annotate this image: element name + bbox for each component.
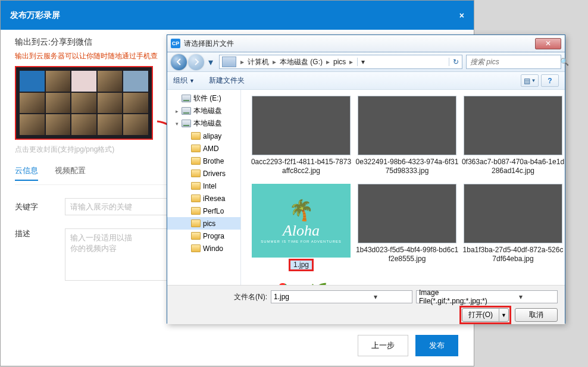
- dialog-bottom: 文件名(N): 1.jpg ▾ Image File(*.gif;*.png;*…: [167, 285, 565, 324]
- file-item[interactable]: 🌴AlohaSUMMER IS TIME FOR ADVENTURES1.jpg: [248, 181, 354, 276]
- tree-item-label: Drivers: [203, 170, 226, 178]
- tree-item-label: PerfLo: [203, 207, 224, 215]
- tree-item-label: 本地磁盘: [193, 118, 222, 128]
- dialog-title: 请选择图片文件: [184, 39, 234, 49]
- file-thumbnail: 🦜🌿: [252, 278, 351, 285]
- nav-forward-button[interactable]: [188, 54, 204, 70]
- folder-icon: [191, 170, 201, 177]
- filter-text: Image File(*.gif;*.png;*.jpg;*): [419, 288, 487, 305]
- tree-item[interactable]: ▸本地磁盘: [167, 105, 240, 117]
- expand-icon: ▸: [176, 108, 182, 114]
- file-name: 0f363ac7-b087-470a-b4a6-1e1d286ad14c.jpg: [461, 158, 565, 175]
- file-item[interactable]: 0e322491-98b6-4323-974a-6f3175d98333.jpg: [354, 93, 460, 181]
- organize-menu[interactable]: 组织▼: [173, 76, 195, 86]
- tree-item-label: 本地磁盘: [193, 106, 222, 116]
- new-folder-button[interactable]: 新建文件夹: [209, 76, 245, 86]
- drive-icon: [182, 120, 191, 127]
- cancel-button[interactable]: 取消: [515, 308, 558, 322]
- file-item[interactable]: 1b43d023-f5d5-4bf4-99f8-bd6c1f2e8555.jpg: [354, 181, 460, 276]
- file-name: 1ba1f3ba-27d5-40df-872a-526c7df64eba.jpg: [461, 246, 565, 264]
- dialog-close-button[interactable]: ✕: [535, 38, 561, 49]
- tab-cloud[interactable]: 云信息: [15, 165, 38, 181]
- tree-item[interactable]: Windo: [167, 242, 240, 255]
- open-split-dropdown[interactable]: ▼: [499, 309, 508, 321]
- tree-item[interactable]: Intel: [167, 180, 240, 192]
- crumb-folder[interactable]: pics: [331, 58, 348, 66]
- search-input[interactable]: [470, 58, 560, 66]
- computer-icon: [222, 57, 236, 67]
- open-button[interactable]: 打开(O) ▼: [462, 308, 509, 322]
- tree-item[interactable]: iResea: [167, 192, 240, 205]
- folder-icon: [191, 244, 201, 252]
- nav-history-dropdown[interactable]: ▾: [205, 55, 215, 68]
- file-grid[interactable]: 0acc2293-f2f1-4811-b415-7873affc8cc2.jpg…: [241, 90, 565, 285]
- file-open-dialog: CP 请选择图片文件 ✕ ▾ ▸ 计算机 ▸ 本地磁盘 (G:) ▸ pics …: [167, 34, 565, 324]
- tree-item-label: pics: [203, 219, 215, 228]
- folder-tree[interactable]: 软件 (E:)▸本地磁盘▾本地磁盘alipayAMDBrotheDriversI…: [167, 90, 241, 285]
- drive-icon: [182, 95, 191, 102]
- crumb-computer[interactable]: 计算机: [246, 57, 271, 67]
- publish-button[interactable]: 发布: [415, 335, 458, 356]
- file-item[interactable]: 0f363ac7-b087-470a-b4a6-1e1d286ad14c.jpg: [460, 93, 565, 181]
- file-thumbnail: [358, 184, 456, 243]
- refresh-button[interactable]: ↻: [449, 58, 462, 66]
- tree-item-label: AMD: [203, 145, 219, 153]
- filename-value: 1.jpg: [274, 293, 342, 301]
- help-button[interactable]: ?: [541, 74, 559, 87]
- chevron-down-icon[interactable]: ▾: [342, 293, 409, 301]
- file-name: 0e322491-98b6-4323-974a-6f3175d98333.jpg: [355, 158, 459, 175]
- expand-icon: ▾: [176, 121, 182, 127]
- tree-item[interactable]: 软件 (E:): [167, 92, 240, 105]
- nav-back-button[interactable]: [171, 54, 187, 70]
- tree-item[interactable]: alipay: [167, 130, 240, 142]
- folder-icon: [191, 207, 201, 215]
- file-thumbnail: [252, 96, 351, 155]
- folder-icon: [191, 182, 201, 190]
- tree-item[interactable]: ▾本地磁盘: [167, 117, 240, 130]
- file-item[interactable]: 🦜🌿: [248, 276, 354, 285]
- search-box[interactable]: 🔍: [466, 55, 561, 69]
- folder-icon: [191, 195, 201, 202]
- tree-item[interactable]: PerfLo: [167, 205, 240, 217]
- prev-button[interactable]: 上一步: [358, 335, 408, 356]
- panel-titlebar: 发布万彩录屏 ×: [1, 1, 474, 30]
- folder-icon: [191, 157, 201, 165]
- folder-icon: [191, 145, 201, 152]
- breadcrumb[interactable]: ▸ 计算机 ▸ 本地磁盘 (G:) ▸ pics ▸ ▾ ↻: [219, 55, 462, 69]
- drive-icon: [182, 107, 191, 115]
- cover-thumbnail[interactable]: [15, 66, 153, 140]
- tree-item-label: iResea: [203, 195, 225, 203]
- dialog-nav: ▾ ▸ 计算机 ▸ 本地磁盘 (G:) ▸ pics ▸ ▾ ↻ 🔍: [167, 52, 565, 72]
- tree-item-label: Progra: [203, 232, 224, 240]
- search-icon: 🔍: [560, 58, 569, 66]
- tree-item-label: Windo: [203, 244, 223, 253]
- file-item[interactable]: 0acc2293-f2f1-4811-b415-7873affc8cc2.jpg: [248, 93, 354, 181]
- tree-item[interactable]: Brothe: [167, 155, 240, 167]
- crumb-dropdown-icon[interactable]: ▾: [357, 58, 368, 66]
- dialog-titlebar: CP 请选择图片文件 ✕: [167, 35, 565, 52]
- view-options-button[interactable]: ▤ ▼: [521, 74, 539, 87]
- file-name: 0acc2293-f2f1-4811-b415-7873affc8cc2.jpg: [249, 158, 353, 175]
- file-thumbnail: 🌴AlohaSUMMER IS TIME FOR ADVENTURES: [252, 184, 351, 258]
- filename-combo[interactable]: 1.jpg ▾: [271, 290, 412, 303]
- tree-item[interactable]: Progra: [167, 230, 240, 242]
- folder-icon: [191, 232, 201, 240]
- filetype-filter[interactable]: Image File(*.gif;*.png;*.jpg;*) ▾: [416, 290, 558, 303]
- file-thumbnail: [464, 184, 562, 243]
- tree-item[interactable]: AMD: [167, 142, 240, 155]
- tree-item[interactable]: pics: [167, 217, 240, 230]
- tab-video[interactable]: 视频配置: [55, 165, 86, 181]
- folder-icon: [191, 219, 201, 227]
- tree-item[interactable]: Drivers: [167, 167, 240, 180]
- arrow-left-icon: [176, 58, 183, 65]
- keyword-label: 关键字: [15, 202, 65, 212]
- filename-label: 文件名(N):: [174, 292, 267, 302]
- file-thumbnail: [464, 96, 562, 155]
- close-icon[interactable]: ×: [459, 11, 464, 20]
- dialog-toolbar: 组织▼ 新建文件夹 ▤ ▼ ?: [167, 72, 565, 90]
- crumb-drive[interactable]: 本地磁盘 (G:): [278, 57, 324, 67]
- description-label: 描述: [15, 228, 65, 239]
- file-item[interactable]: 1ba1f3ba-27d5-40df-872a-526c7df64eba.jpg: [460, 181, 565, 276]
- chevron-down-icon[interactable]: ▾: [487, 293, 555, 301]
- file-thumbnail: [358, 96, 456, 155]
